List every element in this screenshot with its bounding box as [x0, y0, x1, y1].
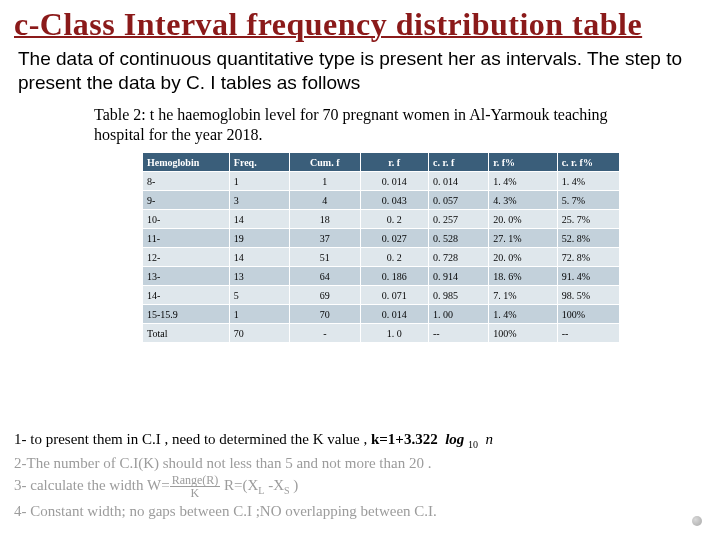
- slide: c-Class Interval frequency distribution …: [0, 0, 720, 540]
- table-row: 11-19370. 0270. 52827. 1%52. 8%: [143, 229, 620, 248]
- table-row: 12-14510. 20. 72820. 0%72. 8%: [143, 248, 620, 267]
- table-row: 15-15.91700. 0141. 001. 4%100%: [143, 305, 620, 324]
- table-row: 9-340. 0430. 0574. 3%5. 7%: [143, 191, 620, 210]
- step-3: 3- calculate the width W=Range(R)K R=(XL…: [14, 474, 694, 499]
- col-cumf: Cum. f: [290, 153, 360, 172]
- table-body: 8-110. 0140. 0141. 4%1. 4% 9-340. 0430. …: [143, 172, 620, 343]
- step-1: 1- to present them in C.I , need to dete…: [14, 428, 694, 452]
- table-row: 14-5690. 0710. 9857. 1%98. 5%: [143, 286, 620, 305]
- fraction-icon: Range(R)K: [170, 474, 221, 499]
- page-indicator-icon: [692, 516, 702, 526]
- col-crfp: c. r. f%: [557, 153, 619, 172]
- col-hemoglobin: Hemoglobin: [143, 153, 230, 172]
- col-rfp: r. f%: [489, 153, 557, 172]
- table-header-row: Hemoglobin Freq. Cum. f r. f c. r. f r. …: [143, 153, 620, 172]
- table-caption: Table 2: t he haemoglobin level for 70 p…: [94, 105, 646, 147]
- table-row: Total70-1. 0--100%--: [143, 324, 620, 343]
- slide-title: c-Class Interval frequency distribution …: [14, 6, 706, 43]
- table-row: 10-14180. 20. 25720. 0%25. 7%: [143, 210, 620, 229]
- table-row: 8-110. 0140. 0141. 4%1. 4%: [143, 172, 620, 191]
- step-2: 2-The number of C.I(K) should not less t…: [14, 452, 694, 475]
- steps-block: 1- to present them in C.I , need to dete…: [14, 428, 694, 522]
- col-rf: r. f: [360, 153, 428, 172]
- intro-paragraph: The data of continuous quantitative type…: [18, 47, 702, 95]
- col-crf: c. r. f: [428, 153, 488, 172]
- table-row: 13-13640. 1860. 91418. 6%91. 4%: [143, 267, 620, 286]
- col-freq: Freq.: [229, 153, 289, 172]
- frequency-table: Hemoglobin Freq. Cum. f r. f c. r. f r. …: [142, 152, 620, 343]
- step-4: 4- Constant width; no gaps between C.I ;…: [14, 500, 694, 523]
